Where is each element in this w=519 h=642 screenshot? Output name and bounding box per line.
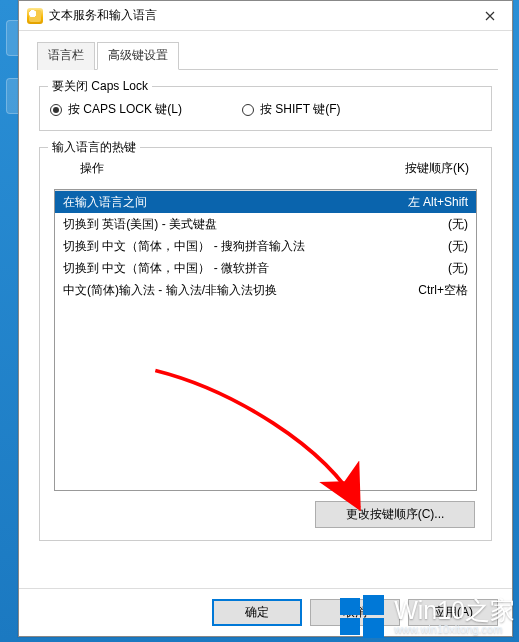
hotkey-row[interactable]: 切换到 英语(美国) - 美式键盘(无) [55,213,476,235]
close-icon [485,11,495,21]
radio-icon [242,104,254,116]
header-action: 操作 [80,160,405,177]
radio-shift[interactable]: 按 SHIFT 键(F) [242,101,340,118]
change-sequence-button[interactable]: 更改按键顺序(C)... [315,501,475,528]
hotkey-keys: Ctrl+空格 [408,282,468,298]
ok-button[interactable]: 确定 [212,599,302,626]
hotkey-row[interactable]: 切换到 中文（简体，中国） - 微软拼音(无) [55,257,476,279]
radio-icon [50,104,62,116]
group-label: 输入语言的热键 [48,139,140,156]
app-icon [27,8,43,24]
header-sequence: 按键顺序(K) [405,160,469,177]
hotkey-action: 切换到 中文（简体，中国） - 搜狗拼音输入法 [63,238,438,254]
hotkey-keys: 左 Alt+Shift [398,194,468,210]
titlebar: 文本服务和输入语言 [19,1,512,31]
close-button[interactable] [467,1,512,31]
hotkey-action: 切换到 中文（简体，中国） - 微软拼音 [63,260,438,276]
hotkey-keys: (无) [438,238,468,254]
hotkey-row[interactable]: 在输入语言之间左 Alt+Shift [55,191,476,213]
capslock-group: 要关闭 Caps Lock 按 CAPS LOCK 键(L) 按 SHIFT 键… [39,86,492,131]
radio-caps-lock[interactable]: 按 CAPS LOCK 键(L) [50,101,182,118]
group-label: 要关闭 Caps Lock [48,78,152,95]
hotkey-row[interactable]: 切换到 中文（简体，中国） - 搜狗拼音输入法(无) [55,235,476,257]
tab-advanced-keys[interactable]: 高级键设置 [97,42,179,70]
hotkey-keys: (无) [438,216,468,232]
hotkeys-group: 输入语言的热键 操作 按键顺序(K) 在输入语言之间左 Alt+Shift切换到… [39,147,492,541]
hotkey-action: 在输入语言之间 [63,194,398,210]
tab-language-bar[interactable]: 语言栏 [37,42,95,70]
hotkey-list[interactable]: 在输入语言之间左 Alt+Shift切换到 英语(美国) - 美式键盘(无)切换… [54,189,477,491]
hotkey-row[interactable]: 中文(简体)输入法 - 输入法/非输入法切换Ctrl+空格 [55,279,476,301]
hotkey-action: 切换到 英语(美国) - 美式键盘 [63,216,438,232]
hotkey-list-header: 操作 按键顺序(K) [50,156,481,181]
apply-button[interactable]: 应用(A) [408,599,498,626]
tab-bar: 语言栏 高级键设置 [37,41,498,70]
cancel-button[interactable]: 取消 [310,599,400,626]
dialog-button-bar: 确定 取消 应用(A) [19,588,512,636]
hotkey-keys: (无) [438,260,468,276]
radio-label: 按 SHIFT 键(F) [260,101,340,118]
window-title: 文本服务和输入语言 [49,7,467,24]
hotkey-action: 中文(简体)输入法 - 输入法/非输入法切换 [63,282,408,298]
radio-label: 按 CAPS LOCK 键(L) [68,101,182,118]
dialog-window: 文本服务和输入语言 语言栏 高级键设置 要关闭 Caps Lock 按 CAPS… [18,0,513,637]
